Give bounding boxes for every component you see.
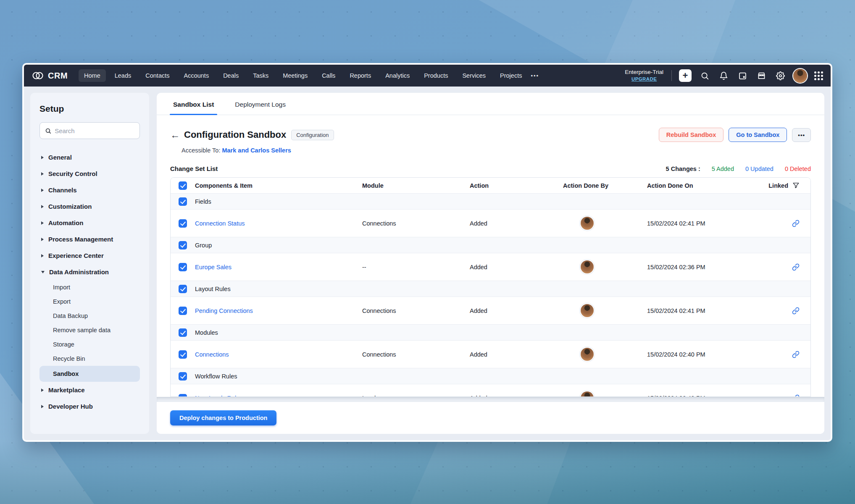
row-checkbox[interactable]	[179, 263, 187, 271]
row-checkbox[interactable]	[179, 372, 187, 381]
nav-item-tasks[interactable]: Tasks	[247, 69, 274, 82]
sidebar-item-customization[interactable]: Customization	[39, 198, 140, 215]
sidebar-subitem-storage[interactable]: Storage	[39, 337, 140, 352]
sidebar-subitem-remove-sample-data[interactable]: Remove sample data	[39, 323, 140, 337]
sidebar-search[interactable]	[39, 122, 140, 139]
nav-item-accounts[interactable]: Accounts	[178, 69, 214, 82]
chevron-right-icon[interactable]	[41, 156, 44, 159]
rebuild-sandbox-button[interactable]: Rebuild Sandbox	[659, 128, 723, 142]
tab-deployment-logs[interactable]: Deployment Logs	[234, 93, 287, 115]
crm-logo[interactable]: CRM	[32, 71, 68, 81]
component-link[interactable]: Connection Status	[195, 220, 245, 227]
chevron-down-icon[interactable]	[41, 271, 45, 273]
back-arrow-icon[interactable]: ←	[170, 130, 180, 140]
chevron-right-icon[interactable]	[41, 405, 44, 408]
sidebar-subitem-sandbox[interactable]: Sandbox	[39, 366, 140, 382]
sidebar-item-label: Security Control	[48, 170, 97, 177]
user-avatar[interactable]	[793, 69, 807, 83]
chevron-right-icon[interactable]	[41, 388, 44, 392]
sidebar-subitem-import[interactable]: Import	[39, 280, 140, 294]
marketplace-icon[interactable]	[755, 70, 767, 81]
more-actions-button[interactable]: •••	[792, 128, 811, 142]
sidebar-item-channels[interactable]: Channels	[39, 182, 140, 198]
changes-deleted: 0 Deleted	[785, 165, 811, 172]
sidebar-subitem-export[interactable]: Export	[39, 294, 140, 309]
sidebar-item-label: Process Management	[48, 236, 113, 243]
search-icon[interactable]	[699, 70, 710, 81]
chevron-right-icon[interactable]	[41, 172, 44, 176]
row-checkbox[interactable]	[179, 241, 187, 249]
row-checkbox[interactable]	[179, 350, 187, 359]
sidebar-item-marketplace[interactable]: Marketplace	[39, 382, 140, 398]
nav-more-button[interactable]: •••	[527, 70, 542, 82]
row-checkbox[interactable]	[179, 328, 187, 337]
nav-item-meetings[interactable]: Meetings	[277, 69, 313, 82]
navbar-right: Enterprise-Trial UPGRADE +	[625, 69, 823, 83]
sandbox-type-badge: Configuration	[291, 130, 334, 140]
changeset-header: Change Set List 5 Changes : 5 Added 0 Up…	[170, 165, 811, 172]
nav-item-products[interactable]: Products	[418, 69, 453, 82]
tab-sandbox-list[interactable]: Sandbox List	[172, 93, 215, 115]
col-linked: Linked	[768, 182, 788, 189]
table-row: Pending Connections Connections Added 15…	[171, 297, 810, 325]
action-done-on-cell: 15/02/2024 02:41 PM	[647, 307, 761, 314]
calendar-icon[interactable]	[737, 70, 748, 81]
nav-item-calls[interactable]: Calls	[316, 69, 341, 82]
group-name: Fields	[195, 198, 362, 205]
sidebar-item-label: Data Administration	[49, 268, 109, 276]
sidebar-item-automation[interactable]: Automation	[39, 215, 140, 231]
linked-chain-icon[interactable]	[792, 307, 800, 315]
nav-item-analytics[interactable]: Analytics	[380, 69, 415, 82]
accessible-users-link[interactable]: Mark and Carlos Sellers	[222, 147, 291, 154]
action-done-by-avatar	[581, 391, 594, 397]
chevron-right-icon[interactable]	[41, 189, 44, 192]
upgrade-link[interactable]: UPGRADE	[625, 76, 663, 82]
nav-item-contacts[interactable]: Contacts	[140, 69, 175, 82]
brand-name: CRM	[48, 71, 68, 81]
component-link[interactable]: Europe Sales	[195, 264, 232, 270]
sidebar-item-process-management[interactable]: Process Management	[39, 231, 140, 247]
nav-item-leads[interactable]: Leads	[109, 69, 137, 82]
bell-icon[interactable]	[718, 70, 729, 81]
search-input[interactable]	[55, 127, 134, 134]
nav-item-reports[interactable]: Reports	[344, 69, 376, 82]
quick-create-button[interactable]: +	[679, 69, 692, 82]
nav-item-services[interactable]: Services	[457, 69, 491, 82]
filter-funnel-icon[interactable]	[792, 182, 800, 189]
row-checkbox[interactable]	[179, 219, 187, 228]
component-link[interactable]: Connections	[195, 351, 229, 358]
sidebar-subitem-data-backup[interactable]: Data Backup	[39, 309, 140, 323]
sidebar-item-security-control[interactable]: Security Control	[39, 165, 140, 182]
sidebar-item-data-administration[interactable]: Data Administration	[39, 264, 140, 280]
linked-chain-icon[interactable]	[792, 263, 800, 271]
sidebar-item-label: Developer Hub	[48, 403, 93, 410]
row-checkbox[interactable]	[179, 285, 187, 293]
action-done-by-avatar	[581, 260, 594, 273]
table-row: New Leads Rule Leads Added 15/02/2024 02…	[171, 384, 810, 397]
deploy-changes-button[interactable]: Deploy changes to Production	[170, 410, 276, 425]
sidebar-item-experience-center[interactable]: Experience Center	[39, 247, 140, 264]
component-link[interactable]: Pending Connections	[195, 307, 253, 314]
row-checkbox[interactable]	[179, 307, 187, 315]
sidebar-subitem-recycle-bin[interactable]: Recycle Bin	[39, 352, 140, 366]
chevron-right-icon[interactable]	[41, 205, 44, 208]
nav-item-home[interactable]: Home	[79, 69, 106, 82]
row-checkbox[interactable]	[179, 197, 187, 206]
chevron-right-icon[interactable]	[41, 221, 44, 225]
sidebar-item-general[interactable]: General	[39, 149, 140, 165]
action-done-on-cell: 15/02/2024 02:36 PM	[647, 264, 761, 270]
chevron-right-icon[interactable]	[41, 238, 44, 241]
apps-grid-icon[interactable]	[814, 71, 823, 80]
linked-chain-icon[interactable]	[792, 220, 800, 227]
nav-item-deals[interactable]: Deals	[218, 69, 244, 82]
select-all-checkbox[interactable]	[179, 181, 187, 190]
sidebar-item-developer-hub[interactable]: Developer Hub	[39, 398, 140, 415]
go-to-sandbox-button[interactable]: Go to Sandbox	[729, 128, 787, 142]
nav-item-projects[interactable]: Projects	[495, 69, 527, 82]
row-checkbox[interactable]	[179, 394, 187, 397]
gear-icon[interactable]	[774, 70, 786, 81]
chevron-right-icon[interactable]	[41, 254, 44, 257]
group-row: Workflow Rules	[171, 368, 810, 384]
linked-chain-icon[interactable]	[792, 351, 800, 358]
table-row: Connection Status Connections Added 15/0…	[171, 210, 810, 237]
